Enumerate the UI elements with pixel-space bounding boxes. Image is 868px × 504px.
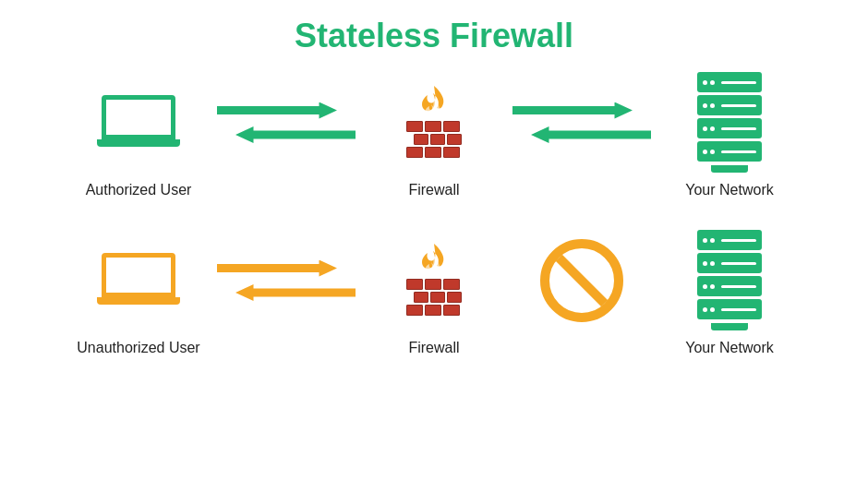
- firewall-label-bottom: Firewall: [408, 340, 459, 356]
- authorized-arrows-2: [508, 102, 656, 143]
- arrow-left-2: [512, 126, 651, 143]
- network-label-col-top: Your Network: [656, 176, 803, 198]
- unauthorized-user-label-col: Unauthorized User: [65, 334, 212, 356]
- firewall-label-col-bottom: Firewall: [360, 334, 508, 356]
- authorized-section: Authorized User Firewall Your Network: [37, 65, 831, 210]
- firewall-label-col-top: Firewall: [360, 176, 508, 198]
- arrow-right-2: [512, 102, 651, 119]
- unauthorized-section: Unauthorized User Firewall Your Network: [37, 222, 831, 367]
- bricks-bottom: [406, 279, 462, 318]
- arrow-left-3: [217, 284, 356, 301]
- unauthorized-labels-row: Unauthorized User Firewall Your Network: [37, 334, 831, 356]
- arrow-right-3: [217, 260, 356, 277]
- authorized-arrows-1: [212, 102, 360, 143]
- authorized-labels-row: Authorized User Firewall Your Network: [37, 176, 831, 198]
- firewall-col-top: [360, 86, 508, 160]
- network-col-bottom: [656, 230, 803, 330]
- unauthorized-user-col: [65, 253, 212, 308]
- authorized-user-label-col: Authorized User: [65, 176, 212, 198]
- authorized-user-col: [65, 95, 212, 150]
- arrow-left-1: [217, 126, 356, 143]
- firewall-icon-top: [397, 86, 471, 160]
- diagram: Authorized User Firewall Your Network: [0, 65, 868, 367]
- arrow-right-1: [217, 102, 356, 119]
- firewall-col-bottom: [360, 244, 508, 318]
- firewall-label-top: Firewall: [408, 182, 459, 198]
- server-icon-top: [697, 72, 762, 173]
- bricks-top: [406, 121, 462, 160]
- unauthorized-user-label: Unauthorized User: [77, 340, 199, 356]
- block-sign-icon: [540, 239, 623, 322]
- server-icon-bottom: [697, 230, 762, 330]
- page-title: Stateless Firewall: [295, 17, 573, 55]
- authorized-user-label: Authorized User: [86, 182, 192, 198]
- network-label-top: Your Network: [685, 182, 773, 198]
- network-label-bottom: Your Network: [685, 340, 773, 356]
- authorized-laptop-icon: [97, 95, 180, 150]
- network-label-col-bottom: Your Network: [656, 334, 803, 356]
- block-sign-col: [508, 239, 656, 322]
- unauthorized-icons-row: [37, 230, 831, 330]
- network-col-top: [656, 72, 803, 173]
- unauthorized-laptop-icon: [97, 253, 180, 308]
- firewall-icon-bottom: [397, 244, 471, 318]
- unauthorized-arrows-1: [212, 260, 360, 301]
- authorized-icons-row: [37, 72, 831, 173]
